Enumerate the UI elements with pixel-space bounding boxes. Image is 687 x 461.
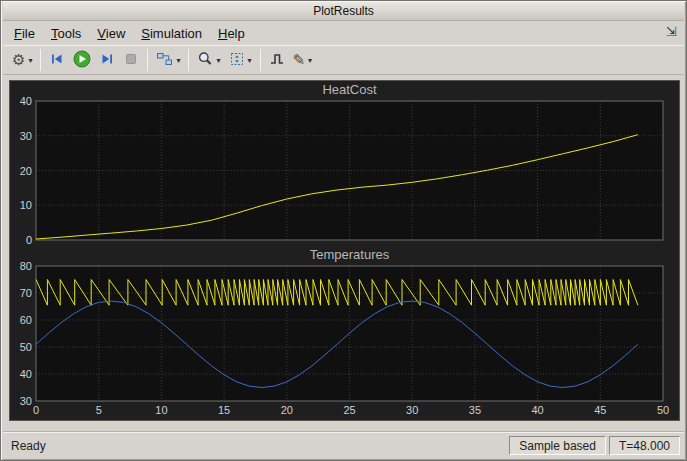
toolbar-separator (40, 49, 41, 71)
svg-text:45: 45 (594, 404, 606, 416)
menubar: File Tools View Simulation Help ⇲ (3, 21, 684, 45)
chevron-down-icon[interactable]: ▾ (176, 56, 180, 65)
step-back-icon (49, 51, 65, 70)
blocks-icon (156, 51, 173, 70)
svg-text:20: 20 (20, 165, 32, 177)
window-titlebar[interactable]: PlotResults (3, 2, 684, 21)
run-button[interactable] (69, 48, 95, 72)
scope-window: PlotResults File Tools View Simulation H… (0, 0, 687, 461)
menu-item-view[interactable]: View (89, 23, 133, 44)
svg-text:20: 20 (281, 404, 293, 416)
chevron-down-icon[interactable]: ▾ (248, 56, 252, 65)
configuration-button[interactable]: ⚙ ▾ (8, 48, 36, 72)
window-title: PlotResults (313, 4, 374, 18)
chevron-down-icon[interactable]: ▾ (216, 56, 220, 65)
zoom-button[interactable]: ▾ (193, 48, 224, 72)
toolbar-separator (260, 49, 261, 71)
scope-plots[interactable]: HeatCost010203040Temperatures30405060708… (9, 80, 680, 421)
svg-text:0: 0 (26, 234, 32, 246)
status-sample-mode: Sample based (509, 436, 606, 455)
svg-text:Temperatures: Temperatures (310, 247, 390, 262)
svg-text:40: 40 (531, 404, 543, 416)
svg-text:40: 40 (20, 95, 32, 107)
svg-text:60: 60 (20, 314, 32, 326)
magnifier-icon (197, 51, 213, 70)
measurements-icon: ✎ (293, 52, 306, 68)
chevron-down-icon[interactable]: ▾ (28, 56, 32, 65)
stop-icon (123, 51, 139, 70)
run-icon (73, 50, 91, 71)
menu-item-help[interactable]: Help (210, 23, 253, 44)
menu-item-simulation[interactable]: Simulation (133, 23, 210, 44)
svg-text:HeatCost: HeatCost (322, 82, 377, 97)
svg-text:10: 10 (155, 404, 167, 416)
svg-text:25: 25 (343, 404, 355, 416)
svg-text:30: 30 (20, 130, 32, 142)
chevron-down-icon[interactable]: ▾ (308, 56, 312, 65)
svg-text:0: 0 (33, 404, 39, 416)
status-sim-time: T=48.000 (609, 436, 680, 455)
svg-text:15: 15 (218, 404, 230, 416)
highlight-simulink-block-button[interactable]: ▾ (152, 48, 184, 72)
step-forward-button[interactable] (95, 48, 119, 72)
toolbar-separator (147, 49, 148, 71)
plot-area: HeatCost010203040Temperatures30405060708… (3, 75, 684, 432)
triggers-button[interactable] (265, 48, 289, 72)
svg-text:35: 35 (469, 404, 481, 416)
svg-text:30: 30 (20, 395, 32, 407)
svg-text:40: 40 (20, 368, 32, 380)
fit-to-view-button[interactable]: ▾ (225, 48, 256, 72)
menu-item-tools[interactable]: Tools (43, 23, 89, 44)
cursor-measurements-button[interactable]: ✎ ▾ (289, 48, 317, 72)
svg-text:70: 70 (20, 287, 32, 299)
step-forward-icon (99, 51, 115, 70)
svg-text:5: 5 (96, 404, 102, 416)
status-message: Ready (7, 439, 506, 453)
step-back-button[interactable] (45, 48, 69, 72)
svg-text:80: 80 (20, 260, 32, 272)
svg-text:50: 50 (657, 404, 669, 416)
svg-text:10: 10 (20, 199, 32, 211)
trigger-icon (269, 51, 285, 70)
svg-text:50: 50 (20, 341, 32, 353)
toolbar: ⚙ ▾ ▾ ▾ ▾ (3, 45, 684, 75)
stop-button[interactable] (119, 48, 143, 72)
toolbar-separator (188, 49, 189, 71)
svg-text:30: 30 (406, 404, 418, 416)
fit-icon (229, 51, 245, 70)
gear-icon: ⚙ (12, 52, 25, 68)
dock-icon[interactable]: ⇲ (666, 24, 677, 39)
menu-item-file[interactable]: File (6, 23, 43, 44)
statusbar: Ready Sample based T=48.000 (3, 432, 684, 458)
